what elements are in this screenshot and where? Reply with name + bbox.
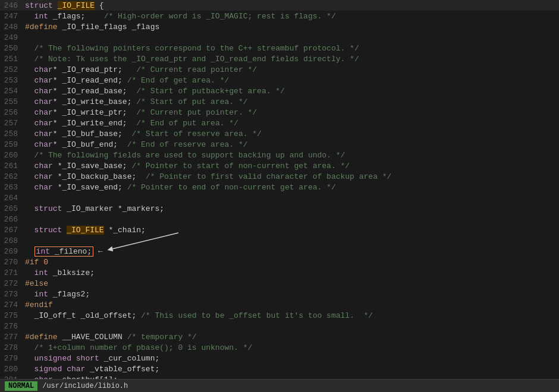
code-line: 273 int _flags2; (0, 289, 559, 299)
token: signed char (34, 365, 86, 374)
line-content: char* _IO_write_ptr; /* Current put poin… (23, 108, 559, 117)
token: #endif (25, 301, 53, 309)
line-number: 265 (0, 204, 23, 213)
token: _IO_FILE (58, 1, 95, 10)
line-number: 249 (0, 33, 23, 42)
token: * _IO_read_ptr; (53, 65, 123, 74)
line-number: 278 (0, 343, 23, 352)
token: _flags; (48, 12, 85, 21)
token: /* Pointer to end of non-current get are… (123, 183, 336, 192)
code-line: 248#define _IO_file_flags _flags (0, 21, 559, 32)
token (25, 140, 34, 149)
token: char (34, 375, 53, 380)
token: _shortbuf[1]; (53, 375, 118, 380)
token (53, 1, 58, 10)
token: char (34, 87, 53, 96)
line-number: 273 (0, 290, 23, 299)
token: #define (25, 333, 58, 342)
line-number: 269 (0, 247, 23, 256)
code-line: 277#define __HAVE_COLUMN /* temporary */ (0, 331, 559, 342)
code-line: 261 char *_IO_save_base; /* Pointer to s… (0, 160, 559, 171)
line-number: 260 (0, 151, 23, 160)
code-line: 251 /* Note: Tk uses the _IO_read_ptr an… (0, 53, 559, 64)
code-line: 264 (0, 192, 559, 203)
token: int (25, 290, 48, 299)
line-number: 255 (0, 97, 23, 106)
token: char (34, 119, 53, 128)
line-content: _IO_off_t _old_offset; /* This used to b… (23, 311, 559, 320)
token: char (34, 183, 53, 192)
line-number: 274 (0, 301, 23, 309)
token: /* Current read pointer */ (123, 65, 257, 74)
token (25, 162, 34, 170)
token: /* End of reserve area. */ (118, 140, 247, 149)
line-content: struct _IO_FILE { (23, 1, 559, 10)
line-number: 257 (0, 119, 23, 128)
code-line: 247 int _flags; /* High-order word is _I… (0, 11, 559, 21)
token: _blksize; (48, 268, 95, 277)
line-content: struct _IO_marker *_markers; (23, 204, 559, 213)
code-line: 278 /* 1+column number of pbase(); 0 is … (0, 342, 559, 353)
code-line: 279 unsigned short _cur_column; (0, 353, 559, 363)
code-line: 274#endif (0, 299, 559, 310)
token: * _IO_read_base; (53, 87, 127, 96)
token (25, 76, 34, 85)
token: * _IO_buf_base; (53, 129, 123, 138)
line-content: char *_IO_save_end; /* Pointer to end of… (23, 183, 559, 192)
token (25, 65, 34, 74)
token: /* Start of put area. */ (131, 97, 247, 106)
line-number: 252 (0, 65, 23, 74)
line-number: 258 (0, 129, 23, 138)
token (25, 204, 34, 213)
line-number: 275 (0, 311, 23, 320)
token: _IO_marker *_markers; (62, 204, 164, 213)
line-number: 280 (0, 365, 23, 374)
code-line: 262 char *_IO_backup_base; /* Pointer to… (0, 171, 559, 182)
token: char (34, 140, 53, 149)
token: struct (34, 226, 62, 235)
line-number: 264 (0, 194, 23, 203)
line-number: 261 (0, 162, 23, 170)
token: #else (25, 279, 48, 288)
line-number: 266 (0, 215, 23, 224)
token: /* The following pointers correspond to … (25, 44, 359, 53)
editor[interactable]: 246struct _IO_FILE {247 int _flags; /* H… (0, 0, 559, 379)
line-content: char* _IO_buf_end; /* End of reserve are… (23, 140, 559, 149)
line-content: /* The following fields are used to supp… (23, 151, 559, 160)
token: _flags2; (48, 290, 90, 299)
line-content: unsigned short _cur_column; (23, 354, 559, 363)
token: /* temporary */ (123, 333, 197, 342)
token: * _IO_write_ptr; (53, 108, 127, 117)
arrow-indicator: ← (93, 247, 103, 256)
code-line: 253 char* _IO_read_end; /* End of get ar… (0, 75, 559, 86)
line-number: 253 (0, 76, 23, 85)
code-line: 250 /* The following pointers correspond… (0, 43, 559, 53)
token: *_chain; (104, 226, 146, 235)
token (25, 119, 34, 128)
code-line: 258 char* _IO_buf_base; /* Start of rese… (0, 128, 559, 139)
line-content: char* _IO_buf_base; /* Start of reserve … (23, 129, 559, 138)
token: struct (34, 204, 62, 213)
line-number: 270 (0, 258, 23, 267)
token (25, 129, 34, 138)
token: _IO_off_t _old_offset; (25, 311, 136, 320)
code-line: 257 char* _IO_write_end; /* End of put a… (0, 118, 559, 128)
token (25, 375, 34, 380)
token: /* 1+column number of pbase(); 0 is unkn… (25, 343, 252, 352)
line-number: 248 (0, 23, 23, 31)
line-content: #endif (23, 301, 559, 309)
code-line: 246struct _IO_FILE { (0, 0, 559, 11)
line-content: /* The following pointers correspond to … (23, 44, 559, 53)
code-line: 252 char* _IO_read_ptr; /* Current read … (0, 64, 559, 75)
line-number: 281 (0, 375, 23, 380)
token: char (34, 65, 53, 74)
line-content: int _blksize; (23, 268, 559, 277)
code-line: 255 char* _IO_write_base; /* Start of pu… (0, 96, 559, 107)
code-line: 256 char* _IO_write_ptr; /* Current put … (0, 107, 559, 118)
code-line: 259 char* _IO_buf_end; /* End of reserve… (0, 139, 559, 150)
token (25, 226, 34, 235)
line-content: /* Note: Tk uses the _IO_read_ptr and _I… (23, 55, 559, 64)
line-content: char* _IO_write_base; /* Start of put ar… (23, 97, 559, 106)
line-content: struct _IO_FILE *_chain; (23, 226, 559, 235)
line-number: 267 (0, 226, 23, 235)
